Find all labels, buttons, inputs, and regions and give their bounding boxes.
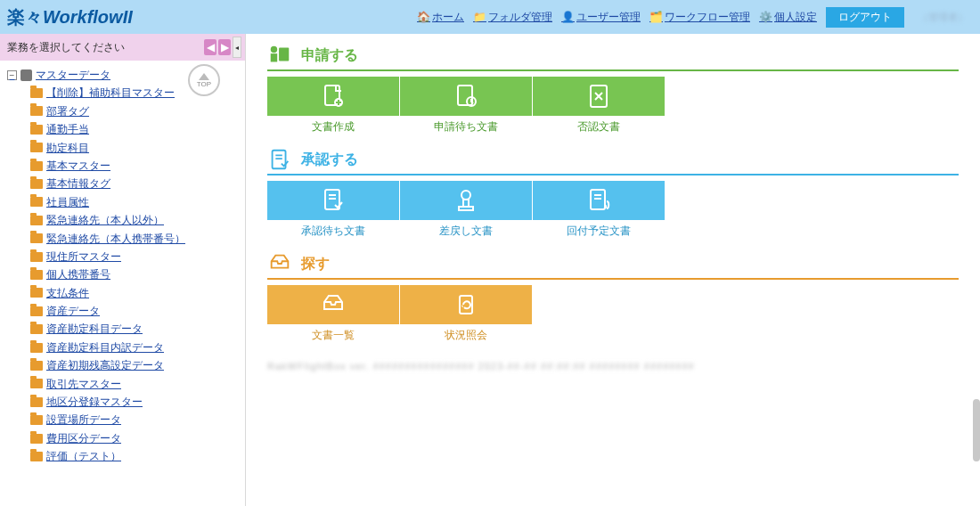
nav-folder[interactable]: 📁フォルダ管理 xyxy=(473,10,552,25)
sidebar-prompt: 業務を選択してください xyxy=(7,40,125,55)
folder-icon xyxy=(30,252,43,262)
top-label: TOP xyxy=(197,80,211,88)
tile-icon-box xyxy=(533,181,665,220)
tree-item[interactable]: 支払条件 xyxy=(30,284,241,302)
tile-doc-clock[interactable]: 申請待ち文書 xyxy=(400,77,532,135)
logo-prefix: 楽々 xyxy=(7,7,43,27)
tree-item[interactable]: 評価（テスト） xyxy=(30,447,241,465)
tree-item-label: 個人携帯番号 xyxy=(46,265,110,283)
footer-info: RakWFlightBox ver. ################ 2023… xyxy=(267,361,959,371)
tree-item-label: 緊急連絡先（本人以外） xyxy=(46,211,164,229)
tile-doc-check[interactable]: 承認待ち文書 xyxy=(267,181,399,239)
gear-icon: ⚙️ xyxy=(759,11,772,23)
folder-icon xyxy=(30,415,43,425)
tree-item[interactable]: 通勤手当 xyxy=(30,120,241,138)
folder-icon xyxy=(30,270,43,280)
logout-button[interactable]: ログアウト xyxy=(826,7,904,28)
sidebar-next-button[interactable]: ▶ xyxy=(218,39,231,55)
tree-item[interactable]: 基本情報タグ xyxy=(30,175,241,192)
tree-item[interactable]: 緊急連絡先（本人携帯番号） xyxy=(30,230,241,248)
tree-item[interactable]: 地区分登録マスター xyxy=(30,393,241,411)
tile-doc-x[interactable]: 否認文書 xyxy=(533,77,665,135)
refresh-doc-icon xyxy=(453,291,479,318)
tree-item[interactable]: 社員属性 xyxy=(30,193,241,211)
tree-item[interactable]: 資産初期残高設定データ xyxy=(30,356,241,374)
section-title: 探す xyxy=(301,255,330,273)
tree-item[interactable]: 緊急連絡先（本人以外） xyxy=(30,211,241,229)
nav-label: 個人設定 xyxy=(774,10,817,25)
app-header: 楽々WorkflowII 🏠ホーム 📁フォルダ管理 👤ユーザー管理 🗂️ワークフ… xyxy=(0,0,980,34)
logo-main: WorkflowII xyxy=(43,7,133,27)
nav-user[interactable]: 👤ユーザー管理 xyxy=(561,10,641,25)
folder-icon xyxy=(30,106,43,116)
tree-item-label: 【削除】補助科目マスター xyxy=(46,84,175,102)
app-logo: 楽々WorkflowII xyxy=(7,5,133,29)
tile-tray[interactable]: 文書一覧 xyxy=(267,285,399,343)
tile-row: 文書一覧状況照会 xyxy=(267,285,959,343)
nav-settings[interactable]: ⚙️個人設定 xyxy=(759,10,817,25)
folder-icon xyxy=(30,197,43,207)
sidebar-prev-button[interactable]: ◀ xyxy=(204,39,216,55)
section-title: 承認する xyxy=(301,151,358,169)
folder-icon xyxy=(30,434,43,444)
nav-workflow[interactable]: 🗂️ワークフロー管理 xyxy=(649,10,750,25)
tree-item[interactable]: 勘定科目 xyxy=(30,139,241,157)
tree-item[interactable]: 部署タグ xyxy=(30,102,241,120)
tree-item-label: 現住所マスター xyxy=(46,248,121,265)
section-header: 探す xyxy=(267,251,959,280)
apply-icon xyxy=(267,43,292,68)
scrollbar-thumb[interactable] xyxy=(973,399,980,461)
approve-icon xyxy=(267,147,292,172)
doc-route-icon xyxy=(585,187,612,214)
folder-icon xyxy=(30,452,43,461)
triangle-up-icon xyxy=(199,73,209,80)
stamp-icon xyxy=(453,187,479,214)
folder-icon xyxy=(30,288,43,298)
tree-item-label: 地区分登録マスター xyxy=(46,393,143,411)
section-header: 申請する xyxy=(267,43,959,71)
nav-label: ホーム xyxy=(432,10,464,25)
tile-icon-box xyxy=(400,181,532,220)
main-area: 申請する文書作成申請待ち文書否認文書承認する承認待ち文書差戻し文書回付予定文書探… xyxy=(246,34,980,506)
folder-icon: 📁 xyxy=(473,11,486,23)
tree-item[interactable]: 現住所マスター xyxy=(30,248,241,265)
sidebar-header: 業務を選択してください ◀ ▶ ◂ xyxy=(0,34,245,61)
db-icon xyxy=(20,69,32,81)
tree-item-label: 費用区分データ xyxy=(46,429,121,447)
tile-doc-route[interactable]: 回付予定文書 xyxy=(533,181,665,239)
tree-item[interactable]: 基本マスター xyxy=(30,157,241,175)
tree-item[interactable]: 個人携帯番号 xyxy=(30,265,241,283)
tile-doc-plus[interactable]: 文書作成 xyxy=(267,77,399,135)
tree-item-label: 資産勘定科目データ xyxy=(46,320,143,338)
home-icon: 🏠 xyxy=(417,11,429,23)
nav-home[interactable]: 🏠ホーム xyxy=(417,10,464,25)
tile-row: 文書作成申請待ち文書否認文書 xyxy=(267,77,959,135)
tree-item-label: 勘定科目 xyxy=(46,139,89,157)
tile-label: 否認文書 xyxy=(533,116,665,135)
tree-item[interactable]: 取引先マスター xyxy=(30,375,241,393)
tray-icon xyxy=(320,291,347,318)
tree-item[interactable]: 資産勘定科目データ xyxy=(30,320,241,338)
tree-item-label: 取引先マスター xyxy=(46,375,121,393)
scroll-top-button[interactable]: TOP xyxy=(188,64,220,96)
tree-item[interactable]: 費用区分データ xyxy=(30,429,241,447)
sidebar-collapse-handle[interactable]: ◂ xyxy=(233,37,241,58)
current-user: （管理者） xyxy=(913,11,973,24)
tile-label: 文書作成 xyxy=(267,116,399,135)
tree-item[interactable]: 資産勘定科目内訳データ xyxy=(30,339,241,356)
tree-item-label: 資産初期残高設定データ xyxy=(46,356,164,374)
tree-item-label: 評価（テスト） xyxy=(46,447,121,465)
collapse-icon[interactable]: − xyxy=(7,70,17,80)
tile-stamp[interactable]: 差戻し文書 xyxy=(400,181,532,239)
tile-label: 状況照会 xyxy=(400,324,532,343)
tree-item-label: 支払条件 xyxy=(46,284,89,302)
tree-item[interactable]: 資産データ xyxy=(30,302,241,320)
tile-icon-box xyxy=(400,77,532,116)
search-icon xyxy=(267,251,292,276)
tree-item[interactable]: 設置場所データ xyxy=(30,411,241,428)
section-approve: 承認する承認待ち文書差戻し文書回付予定文書 xyxy=(267,147,959,239)
tile-refresh-doc[interactable]: 状況照会 xyxy=(400,285,532,343)
doc-plus-icon xyxy=(320,83,347,110)
workflow-icon: 🗂️ xyxy=(649,11,662,23)
folder-tree[interactable]: − マスターデータ 【削除】補助科目マスター部署タグ通勤手当勘定科目基本マスター… xyxy=(0,61,245,506)
